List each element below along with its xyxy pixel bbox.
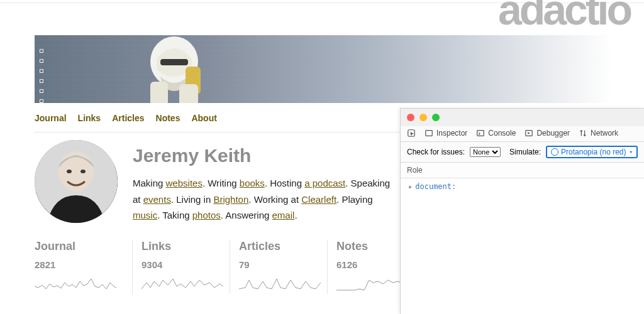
bio-link-books[interactable]: books — [240, 178, 265, 188]
banner-illustration — [125, 35, 226, 103]
bio-link-email[interactable]: email — [272, 210, 295, 220]
stat-count: 79 — [239, 259, 318, 270]
bio-link-clearleft[interactable]: Clearleft — [301, 194, 336, 205]
stat-label: Links — [142, 240, 221, 253]
nav-links[interactable]: Links — [78, 113, 101, 123]
simulate-label: Simulate: — [509, 148, 541, 156]
simulate-select[interactable]: Protanopia (no red) — [546, 146, 638, 158]
bio-text: . Hosting — [265, 178, 304, 188]
window-controls — [401, 109, 644, 126]
stat-count: 9304 — [142, 259, 221, 270]
sparkline — [239, 275, 321, 291]
bio-link-brighton[interactable]: Brighton — [213, 194, 248, 205]
banner-dots — [40, 49, 43, 103]
bio-link-websites[interactable]: websites — [166, 178, 203, 188]
profile-name: Jeremy Keith — [133, 145, 399, 166]
svg-rect-11 — [477, 131, 484, 136]
zoom-icon[interactable] — [432, 114, 440, 121]
bio-text: . Playing — [336, 194, 373, 205]
caret-icon[interactable]: ▸ — [408, 182, 413, 191]
bio-link-music[interactable]: music — [133, 210, 157, 220]
profile-section: Jeremy Keith Making websites. Writing bo… — [35, 140, 399, 224]
bio-text: . Taking — [157, 210, 192, 220]
simulate-value: Protanopia (no red) — [561, 148, 626, 156]
stat-count: 2821 — [35, 259, 123, 270]
nav-notes[interactable]: Notes — [156, 113, 180, 123]
pick-element-icon[interactable] — [407, 129, 416, 138]
svg-rect-3 — [150, 82, 168, 103]
avatar — [35, 140, 118, 223]
tab-label: Debugger — [536, 129, 570, 138]
bio-link-photos[interactable]: photos — [192, 210, 221, 220]
svg-point-8 — [80, 170, 86, 173]
devtools-panel: Inspector Console Debugger Network Check… — [400, 108, 644, 314]
bio-text: Making — [133, 178, 166, 188]
tab-label: Inspector — [436, 129, 467, 138]
tab-network[interactable]: Network — [579, 129, 618, 138]
nav-articles[interactable]: Articles — [112, 113, 144, 123]
bio-link-podcast[interactable]: a podcast — [304, 178, 345, 188]
profile-text: Jeremy Keith Making websites. Writing bo… — [133, 140, 399, 224]
tree-node-document[interactable]: document: — [415, 182, 456, 191]
devtools-tabs: Inspector Console Debugger Network — [401, 126, 644, 142]
site-title: adactio — [498, 0, 630, 34]
minimize-icon[interactable] — [419, 114, 427, 121]
close-icon[interactable] — [407, 114, 414, 121]
nav-about[interactable]: About — [191, 113, 216, 123]
tab-label: Console — [488, 129, 516, 138]
bio-text: . Living in — [171, 194, 214, 205]
bio-text: . Working at — [248, 194, 301, 205]
svg-point-7 — [67, 170, 72, 173]
tab-inspector[interactable]: Inspector — [425, 129, 467, 138]
nav-journal[interactable]: Journal — [35, 113, 67, 123]
issues-label: Check for issues: — [407, 148, 465, 156]
issues-select[interactable]: None — [470, 147, 501, 157]
svg-rect-10 — [426, 131, 433, 136]
accessibility-tree[interactable]: ▸document: — [401, 178, 644, 314]
bio-link-events[interactable]: events — [143, 194, 171, 205]
sparkline — [142, 275, 223, 291]
svg-rect-4 — [179, 84, 198, 103]
stat-articles[interactable]: Articles 79 — [230, 240, 327, 294]
stat-journal[interactable]: Journal 2821 — [35, 240, 132, 294]
stat-label: Articles — [239, 240, 318, 253]
stat-links[interactable]: Links 9304 — [132, 240, 230, 294]
tab-debugger[interactable]: Debugger — [525, 129, 570, 138]
tab-label: Network — [591, 129, 618, 138]
devtools-toolbar: Check for issues: None Simulate: Protano… — [401, 142, 644, 163]
tab-console[interactable]: Console — [476, 129, 516, 138]
sparkline — [35, 275, 116, 291]
bio-text: . Writing — [203, 178, 240, 188]
svg-rect-1 — [160, 59, 188, 65]
stat-label: Journal — [35, 240, 123, 253]
bio-text: . Answering — [221, 210, 272, 220]
role-header: Role — [401, 163, 644, 178]
profile-bio: Making websites. Writing books. Hosting … — [133, 175, 399, 224]
bio-text: . — [294, 210, 297, 220]
header-banner — [35, 35, 612, 103]
